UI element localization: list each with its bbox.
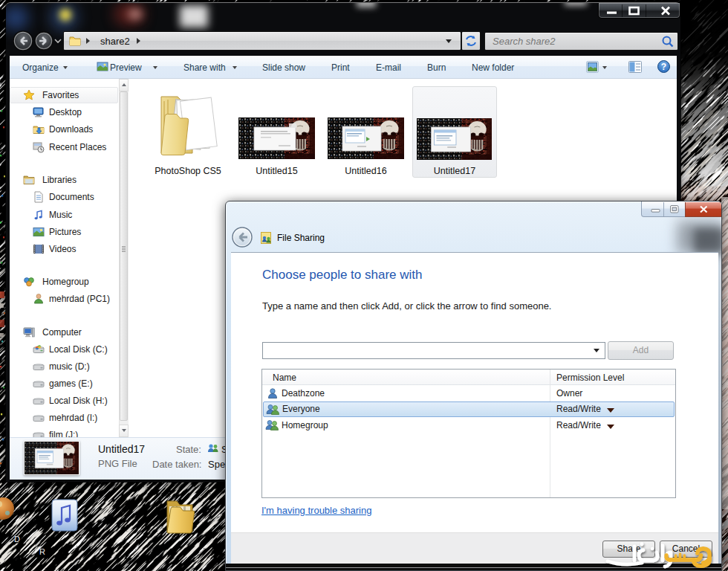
svg-text:?: ? [661, 62, 666, 72]
